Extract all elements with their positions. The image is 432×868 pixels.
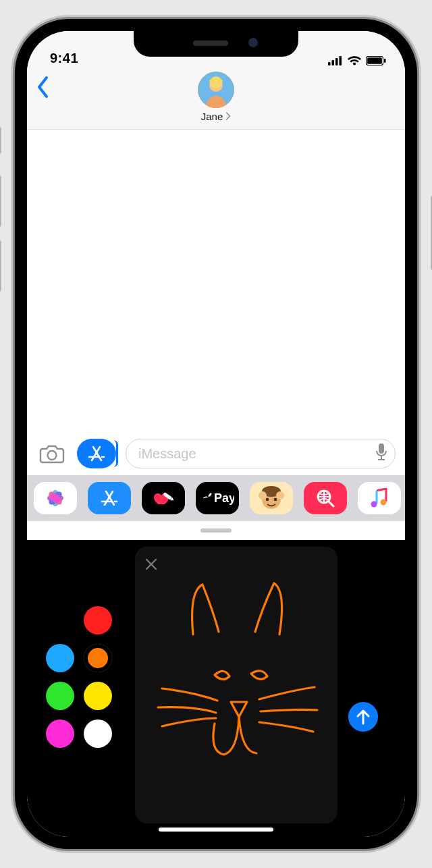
phone-body: 9:41 <box>15 19 417 849</box>
app-chip-music[interactable] <box>358 482 401 514</box>
chevron-right-icon <box>225 111 231 122</box>
volume-up <box>0 175 1 227</box>
svg-rect-3 <box>340 56 342 65</box>
svg-point-9 <box>48 451 57 460</box>
app-chip-digital-touch[interactable] <box>142 482 185 514</box>
svg-point-43 <box>381 499 387 506</box>
notch <box>134 31 298 57</box>
back-button[interactable] <box>36 74 50 105</box>
send-drawing-button[interactable] <box>348 702 378 732</box>
apple-pay-label: Pay <box>214 491 234 505</box>
svg-rect-0 <box>328 62 331 65</box>
home-indicator[interactable] <box>159 828 273 832</box>
cellular-icon <box>328 56 343 65</box>
wifi-icon <box>347 55 362 66</box>
message-input-container <box>126 439 396 468</box>
app-chip-images[interactable] <box>304 482 347 514</box>
app-drawer-grabber[interactable] <box>27 521 405 540</box>
svg-point-34 <box>276 491 284 499</box>
color-palette <box>46 606 112 748</box>
message-input[interactable] <box>138 446 375 462</box>
drawing-canvas[interactable] <box>135 547 338 823</box>
imessage-app-strip[interactable]: Pay <box>27 475 405 521</box>
svg-rect-5 <box>367 57 382 64</box>
volume-down <box>0 240 1 292</box>
message-transcript[interactable] <box>27 130 405 433</box>
digital-touch-panel <box>27 540 405 837</box>
battery-icon <box>366 56 386 65</box>
color-swatch-white[interactable] <box>84 720 112 748</box>
svg-point-42 <box>371 501 377 508</box>
svg-point-35 <box>266 498 269 501</box>
contact-avatar[interactable] <box>198 72 234 108</box>
app-chip-apple-pay[interactable]: Pay <box>196 482 239 514</box>
conversation-header: Jane <box>27 69 405 130</box>
status-time: 9:41 <box>50 51 78 66</box>
compose-row <box>27 433 405 475</box>
camera-button[interactable] <box>36 440 68 467</box>
color-swatch-magenta[interactable] <box>46 720 74 748</box>
dictation-button[interactable] <box>375 443 388 464</box>
svg-line-10 <box>93 447 101 460</box>
contact-name-button[interactable]: Jane <box>201 111 232 122</box>
status-right <box>328 55 386 66</box>
svg-point-33 <box>259 491 267 499</box>
color-swatch-red[interactable] <box>84 606 112 634</box>
mute-switch <box>0 127 1 154</box>
svg-rect-2 <box>335 58 338 65</box>
color-swatch-blue[interactable] <box>46 644 74 672</box>
svg-rect-1 <box>332 60 335 65</box>
app-drawer-toggle[interactable] <box>77 439 116 468</box>
app-chip-photos[interactable] <box>34 482 77 514</box>
app-chip-appstore[interactable] <box>88 482 131 514</box>
svg-line-40 <box>329 501 333 506</box>
grabber-icon <box>200 528 232 533</box>
svg-rect-6 <box>384 59 386 63</box>
svg-point-36 <box>274 498 277 501</box>
svg-rect-14 <box>379 443 384 454</box>
app-chip-memoji[interactable] <box>250 482 293 514</box>
svg-line-25 <box>106 491 114 505</box>
screen: 9:41 <box>27 31 405 837</box>
doodle-cat-icon <box>135 547 338 823</box>
contact-name-label: Jane <box>201 111 223 122</box>
svg-line-11 <box>92 447 100 460</box>
device-frame: 9:41 <box>0 0 432 868</box>
color-swatch-orange[interactable] <box>84 644 112 672</box>
color-swatch-green[interactable] <box>46 682 74 710</box>
svg-line-26 <box>105 491 113 505</box>
color-swatch-yellow[interactable] <box>84 682 112 710</box>
